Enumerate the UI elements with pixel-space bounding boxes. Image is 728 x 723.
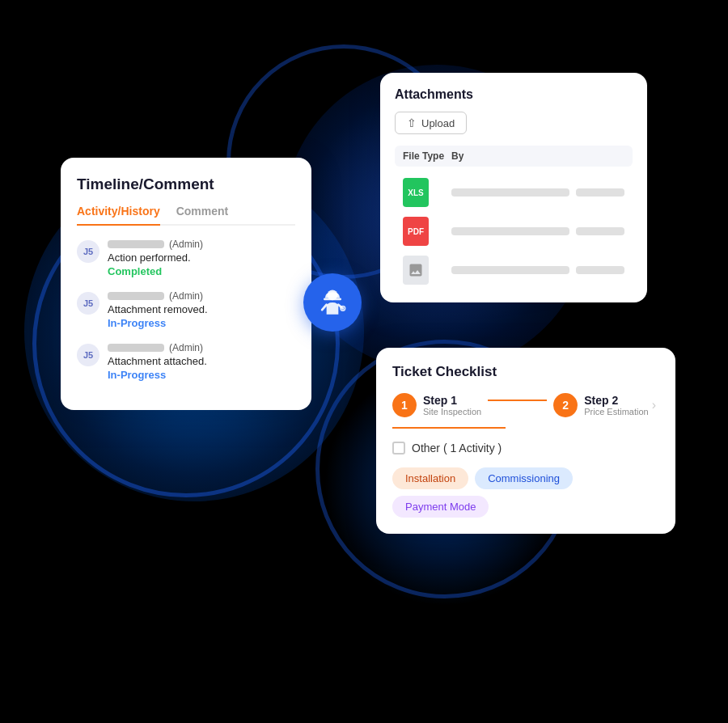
activity-text-1: Action performed. [108, 252, 295, 264]
img-name-blur [451, 266, 569, 274]
step-2[interactable]: 2 Step 2 Price Estimation [553, 393, 648, 417]
name-blur-3 [108, 344, 164, 352]
center-badge [303, 273, 362, 332]
checklist-title: Ticket Checklist [392, 364, 659, 380]
attachments-card: Attachments ⇧ Upload File Type By XLS PD… [380, 73, 647, 302]
activity-name-row-3: (Admin) [108, 342, 295, 353]
upload-label: Upload [421, 117, 455, 129]
status-completed-1: Completed [108, 265, 295, 277]
step-2-circle: 2 [553, 393, 578, 417]
upload-button[interactable]: ⇧ Upload [395, 112, 467, 134]
step-1-name: Step 1 [423, 394, 481, 407]
checkbox-row[interactable]: Other ( 1 Activity ) [392, 442, 659, 455]
checkbox-label: Other ( 1 Activity ) [412, 442, 502, 455]
pdf-name-blur [451, 227, 569, 235]
step-2-sub: Price Estimation [584, 407, 648, 416]
attachment-row-xls: XLS [395, 173, 633, 212]
admin-label-1: (Admin) [169, 239, 203, 250]
timeline-tabs: Activity/History Comment [77, 205, 295, 226]
tag-installation[interactable]: Installation [392, 467, 468, 489]
xls-name-blur [451, 188, 569, 197]
activity-item-2: J5 (Admin) Attachment removed. In-Progre… [77, 290, 295, 329]
step-2-name: Step 2 [584, 394, 648, 407]
activity-content-3: (Admin) Attachment attached. In-Progress [108, 342, 295, 381]
name-blur-2 [108, 292, 164, 300]
step-1-info: Step 1 Site Inspection [423, 394, 481, 416]
step-1[interactable]: 1 Step 1 Site Inspection [392, 393, 481, 417]
activity-item-1: J5 (Admin) Action performed. Completed [77, 239, 295, 277]
name-blur-1 [108, 240, 164, 248]
col-filetype: File Type [403, 150, 451, 162]
tab-activity-history[interactable]: Activity/History [77, 205, 160, 226]
activity-name-row-2: (Admin) [108, 290, 295, 302]
status-inprogress-3: In-Progress [108, 369, 295, 381]
timeline-comment-card: Timeline/Comment Activity/History Commen… [61, 158, 311, 410]
other-checkbox[interactable] [392, 442, 405, 455]
timeline-card-title: Timeline/Comment [77, 175, 295, 193]
pdf-by-blur [576, 227, 624, 235]
step-1-sub: Site Inspection [423, 407, 481, 416]
svg-rect-1 [324, 298, 341, 301]
xls-by-blur [576, 188, 624, 197]
worker-icon [315, 285, 350, 320]
col-by: By [451, 150, 509, 162]
avatar-3: J5 [77, 344, 99, 366]
status-inprogress-2: In-Progress [108, 317, 295, 329]
activity-text-3: Attachment attached. [108, 355, 295, 367]
tag-commissioning[interactable]: Commissioning [475, 467, 573, 489]
admin-label-3: (Admin) [169, 342, 203, 353]
tags-row: Installation Commissioning Payment Mode [392, 467, 659, 518]
xls-file-icon: XLS [403, 178, 429, 207]
activity-content-2: (Admin) Attachment removed. In-Progress [108, 290, 295, 329]
tab-comment[interactable]: Comment [176, 205, 229, 226]
admin-label-2: (Admin) [169, 290, 203, 302]
attachments-title: Attachments [395, 87, 633, 102]
step-1-circle: 1 [392, 393, 417, 417]
steps-row: 1 Step 1 Site Inspection 2 Step 2 Price … [392, 393, 659, 417]
activity-item-3: J5 (Admin) Attachment attached. In-Progr… [77, 342, 295, 381]
step-arrow: › [652, 398, 656, 412]
step-connector [488, 400, 547, 401]
step1-active-underline [392, 427, 506, 429]
tag-payment[interactable]: Payment Mode [392, 496, 489, 518]
attachment-row-img [395, 251, 633, 290]
img-file-icon [403, 256, 429, 285]
activity-text-2: Attachment removed. [108, 303, 295, 315]
steps-container: 1 Step 1 Site Inspection 2 Step 2 Price … [392, 393, 659, 429]
pdf-file-icon: PDF [403, 217, 429, 246]
attachment-row-pdf: PDF [395, 212, 633, 251]
step-2-info: Step 2 Price Estimation [584, 394, 648, 416]
avatar-2: J5 [77, 292, 99, 315]
attachments-table-header: File Type By [395, 146, 633, 167]
upload-icon: ⇧ [407, 116, 417, 129]
activity-name-row-1: (Admin) [108, 239, 295, 250]
col-empty [509, 150, 624, 162]
img-by-blur [576, 266, 624, 274]
activity-content-1: (Admin) Action performed. Completed [108, 239, 295, 277]
ticket-checklist-card: Ticket Checklist 1 Step 1 Site Inspectio… [376, 348, 675, 534]
avatar-1: J5 [77, 240, 99, 263]
